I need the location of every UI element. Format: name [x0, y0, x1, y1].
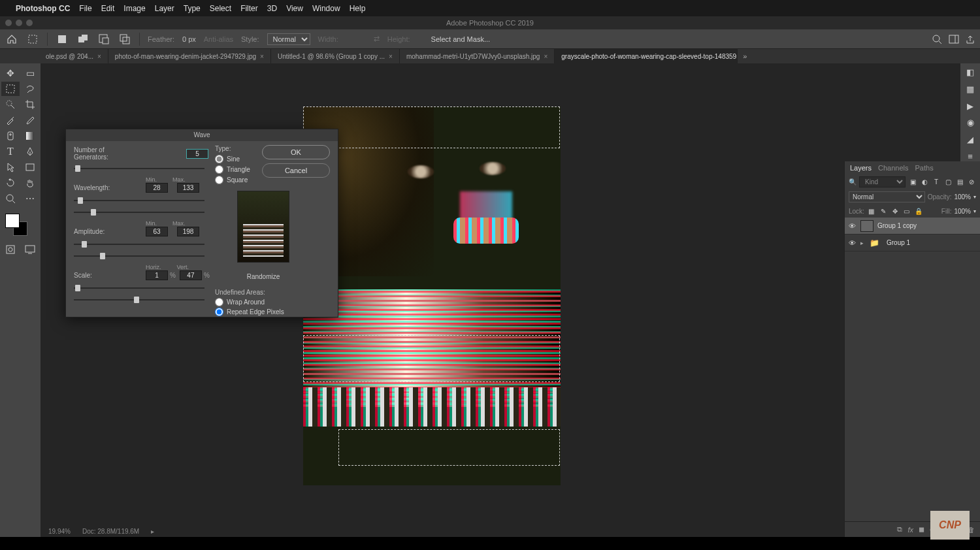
- libraries-panel-icon[interactable]: ≡: [964, 151, 976, 161]
- color-panel-icon[interactable]: ◧: [964, 67, 976, 78]
- layer-name[interactable]: Group 1: [887, 239, 910, 246]
- edit-toolbar-icon[interactable]: ⋯: [21, 191, 39, 206]
- layer-row[interactable]: 👁 Group 1 copy: [845, 218, 980, 235]
- layer-thumbnail[interactable]: [860, 220, 874, 232]
- disclosure-icon[interactable]: ▸: [860, 240, 866, 246]
- menu-window[interactable]: Window: [312, 4, 340, 13]
- properties-panel-icon[interactable]: ◉: [964, 118, 976, 128]
- menu-layer[interactable]: Layer: [155, 4, 174, 13]
- scale-horiz-input[interactable]: [146, 270, 168, 280]
- move-tool-icon[interactable]: ✥: [1, 66, 20, 80]
- menu-type[interactable]: Type: [184, 4, 201, 13]
- link-layers-icon[interactable]: ⧉: [897, 525, 902, 534]
- wavelength-max-input[interactable]: [177, 183, 199, 193]
- doc-size[interactable]: Doc: 28.8M/119.6M: [82, 528, 139, 535]
- menu-help[interactable]: Help: [350, 4, 366, 13]
- intersect-selection-icon[interactable]: [118, 33, 131, 46]
- menu-select[interactable]: Select: [210, 4, 231, 13]
- close-icon[interactable]: ×: [97, 53, 101, 60]
- workspace-icon[interactable]: [949, 35, 959, 44]
- amplitude-max-slider[interactable]: [74, 252, 204, 260]
- share-icon[interactable]: [966, 35, 975, 44]
- adjustments-panel-icon[interactable]: ◢: [964, 135, 976, 145]
- color-swatches[interactable]: [1, 212, 38, 238]
- doc-tab[interactable]: mohammad-metri-U1ytD7WJvy0-unsplash.jpg×: [400, 49, 555, 63]
- wavelength-max-slider[interactable]: [74, 208, 204, 216]
- filter-adjust-icon[interactable]: ◐: [920, 178, 929, 187]
- scale-vert-input[interactable]: [180, 270, 202, 280]
- filter-shape-icon[interactable]: ▢: [943, 178, 953, 187]
- menu-file[interactable]: File: [79, 4, 91, 13]
- swatches-panel-icon[interactable]: ▦: [964, 84, 976, 95]
- doc-tab[interactable]: photo-of-man-wearing-denim-jacket-294792…: [108, 49, 271, 63]
- zoom-tool-icon[interactable]: [1, 191, 20, 206]
- add-selection-icon[interactable]: [76, 33, 90, 46]
- healing-tool-icon[interactable]: [1, 129, 20, 143]
- repeat-edge-radio[interactable]: Repeat Edge Pixels: [215, 307, 284, 317]
- scale-horiz-slider[interactable]: [74, 284, 204, 292]
- status-more-icon[interactable]: ▸: [151, 528, 154, 535]
- type-triangle-radio[interactable]: Triangle: [215, 164, 250, 174]
- menu-edit[interactable]: Edit: [101, 4, 115, 13]
- subtract-selection-icon[interactable]: [97, 33, 110, 46]
- brush-tool-icon[interactable]: [21, 113, 39, 127]
- style-select[interactable]: Normal: [267, 33, 310, 45]
- zoom-value[interactable]: 19.94%: [48, 528, 71, 535]
- type-sine-radio[interactable]: Sine: [215, 154, 250, 164]
- tabs-overflow-icon[interactable]: »: [738, 49, 752, 63]
- gradient-tool-icon[interactable]: [21, 129, 39, 143]
- amplitude-max-input[interactable]: [177, 227, 199, 236]
- marquee-tool-icon[interactable]: [1, 82, 20, 96]
- lock-artboard-icon[interactable]: ▭: [902, 206, 911, 216]
- foreground-color-swatch[interactable]: [5, 214, 20, 228]
- amplitude-min-slider[interactable]: [74, 240, 204, 248]
- rotate-view-tool-icon[interactable]: [1, 176, 20, 190]
- doc-tab[interactable]: Untitled-1 @ 98.6% (Group 1 copy ...×: [271, 49, 400, 63]
- close-icon[interactable]: ×: [389, 53, 393, 60]
- num-generators-input[interactable]: [186, 149, 208, 159]
- doc-tab-active[interactable]: grayscale-photo-of-woman-wearing-cap-sle…: [555, 49, 738, 63]
- wrap-around-radio[interactable]: Wrap Around: [215, 297, 284, 307]
- scale-vert-slider[interactable]: [74, 296, 204, 304]
- fx-icon[interactable]: fx: [907, 526, 913, 534]
- tab-layers[interactable]: Layers: [850, 164, 872, 172]
- search-icon[interactable]: [932, 34, 942, 44]
- blend-mode-select[interactable]: Normal: [849, 191, 925, 202]
- lock-all-icon[interactable]: 🔒: [914, 206, 923, 216]
- num-generators-slider[interactable]: [74, 165, 204, 172]
- menu-3d[interactable]: 3D: [267, 4, 277, 13]
- visibility-icon[interactable]: 👁: [847, 239, 857, 247]
- select-and-mask-button[interactable]: Select and Mask...: [431, 35, 491, 43]
- fill-value[interactable]: 100%: [954, 208, 971, 215]
- opacity-value[interactable]: 100%: [954, 193, 971, 201]
- crop-tool-icon[interactable]: [21, 97, 39, 112]
- layer-row[interactable]: 👁 ▸ 📁 Group 1: [845, 235, 980, 251]
- feather-value[interactable]: 0 px: [182, 35, 196, 43]
- history-panel-icon[interactable]: ▶: [964, 101, 976, 111]
- marquee-tool-icon[interactable]: [26, 33, 39, 46]
- wavelength-min-slider[interactable]: [74, 197, 204, 204]
- ok-button[interactable]: OK: [262, 145, 330, 159]
- menu-image[interactable]: Image: [123, 4, 145, 13]
- doc-tab[interactable]: ole.psd @ 204...×: [39, 49, 108, 63]
- pen-tool-icon[interactable]: [21, 144, 39, 159]
- wavelength-min-input[interactable]: [146, 183, 168, 193]
- cancel-button[interactable]: Cancel: [262, 163, 330, 178]
- filter-smart-icon[interactable]: ▤: [955, 178, 964, 187]
- menu-filter[interactable]: Filter: [240, 4, 258, 13]
- mask-icon[interactable]: ◼: [919, 525, 924, 534]
- close-icon[interactable]: ×: [260, 53, 264, 60]
- layer-name[interactable]: Group 1 copy: [877, 222, 917, 229]
- lock-position-icon[interactable]: ✥: [890, 206, 900, 216]
- path-select-tool-icon[interactable]: [1, 160, 20, 174]
- filter-toggle-icon[interactable]: ⊘: [967, 178, 976, 187]
- app-menu[interactable]: Photoshop CC: [16, 4, 70, 13]
- filter-type-icon[interactable]: T: [932, 178, 941, 187]
- new-selection-icon[interactable]: [56, 33, 69, 46]
- tab-paths[interactable]: Paths: [915, 164, 934, 172]
- document-canvas[interactable]: [303, 106, 561, 485]
- home-icon[interactable]: [5, 33, 18, 46]
- hand-tool-icon[interactable]: [21, 176, 39, 190]
- menu-view[interactable]: View: [286, 4, 303, 13]
- filter-image-icon[interactable]: ▣: [908, 178, 917, 187]
